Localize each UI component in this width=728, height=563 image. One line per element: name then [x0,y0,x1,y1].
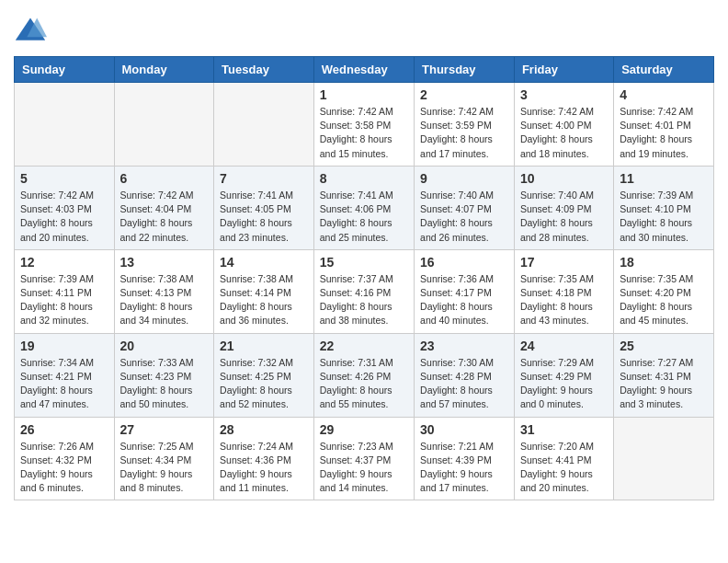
calendar-cell: 25Sunrise: 7:27 AM Sunset: 4:31 PM Dayli… [614,333,714,417]
day-info: Sunrise: 7:40 AM Sunset: 4:09 PM Dayligh… [520,189,608,245]
calendar-cell [114,83,214,167]
day-number: 27 [120,422,209,437]
week-row-3: 12Sunrise: 7:39 AM Sunset: 4:11 PM Dayli… [15,249,714,333]
day-info: Sunrise: 7:40 AM Sunset: 4:07 PM Dayligh… [420,189,508,245]
day-info: Sunrise: 7:32 AM Sunset: 4:25 PM Dayligh… [220,356,308,412]
day-info: Sunrise: 7:26 AM Sunset: 4:32 PM Dayligh… [20,440,108,496]
calendar-cell: 18Sunrise: 7:35 AM Sunset: 4:20 PM Dayli… [614,249,714,333]
day-info: Sunrise: 7:39 AM Sunset: 4:10 PM Dayligh… [620,189,708,245]
calendar-cell: 1Sunrise: 7:42 AM Sunset: 3:58 PM Daylig… [313,83,414,167]
calendar-body: 1Sunrise: 7:42 AM Sunset: 3:58 PM Daylig… [15,83,714,500]
day-number: 31 [520,422,608,437]
day-info: Sunrise: 7:23 AM Sunset: 4:37 PM Dayligh… [320,440,408,496]
calendar-cell: 13Sunrise: 7:38 AM Sunset: 4:13 PM Dayli… [114,249,214,333]
calendar-cell: 26Sunrise: 7:26 AM Sunset: 4:32 PM Dayli… [15,417,115,500]
day-number: 2 [420,87,508,102]
day-info: Sunrise: 7:42 AM Sunset: 3:58 PM Dayligh… [320,105,408,161]
day-number: 16 [420,255,508,270]
calendar-header: SundayMondayTuesdayWednesdayThursdayFrid… [15,57,714,83]
calendar-cell: 20Sunrise: 7:33 AM Sunset: 4:23 PM Dayli… [114,333,214,417]
day-number: 13 [120,255,209,270]
day-info: Sunrise: 7:39 AM Sunset: 4:11 PM Dayligh… [20,272,108,328]
day-number: 25 [620,339,708,353]
day-info: Sunrise: 7:42 AM Sunset: 4:03 PM Dayligh… [20,189,108,245]
calendar-cell: 22Sunrise: 7:31 AM Sunset: 4:26 PM Dayli… [313,333,414,417]
day-number: 18 [620,255,708,270]
day-info: Sunrise: 7:36 AM Sunset: 4:17 PM Dayligh… [420,272,508,328]
day-info: Sunrise: 7:25 AM Sunset: 4:34 PM Dayligh… [120,440,209,496]
calendar-cell: 31Sunrise: 7:20 AM Sunset: 4:41 PM Dayli… [514,417,613,500]
day-number: 24 [520,339,608,353]
day-info: Sunrise: 7:41 AM Sunset: 4:06 PM Dayligh… [320,189,408,245]
page: SundayMondayTuesdayWednesdayThursdayFrid… [0,0,728,514]
day-number: 20 [120,339,209,353]
calendar-cell: 12Sunrise: 7:39 AM Sunset: 4:11 PM Dayli… [15,249,115,333]
day-info: Sunrise: 7:24 AM Sunset: 4:36 PM Dayligh… [220,440,308,496]
week-row-2: 5Sunrise: 7:42 AM Sunset: 4:03 PM Daylig… [15,166,714,249]
day-number: 5 [20,171,108,186]
weekday-header-saturday: Saturday [614,57,714,83]
weekday-header-tuesday: Tuesday [214,57,314,83]
calendar-cell: 23Sunrise: 7:30 AM Sunset: 4:28 PM Dayli… [415,333,515,417]
calendar-cell: 24Sunrise: 7:29 AM Sunset: 4:29 PM Dayli… [514,333,613,417]
day-number: 12 [20,255,108,270]
day-number: 23 [420,339,508,353]
day-number: 30 [420,422,508,437]
calendar-cell: 14Sunrise: 7:38 AM Sunset: 4:14 PM Dayli… [214,249,314,333]
day-info: Sunrise: 7:33 AM Sunset: 4:23 PM Dayligh… [120,356,209,412]
day-number: 22 [320,339,408,353]
calendar-cell: 5Sunrise: 7:42 AM Sunset: 4:03 PM Daylig… [15,166,115,249]
weekday-header-sunday: Sunday [15,57,115,83]
week-row-5: 26Sunrise: 7:26 AM Sunset: 4:32 PM Dayli… [15,417,714,500]
calendar-cell: 16Sunrise: 7:36 AM Sunset: 4:17 PM Dayli… [415,249,515,333]
calendar-cell: 3Sunrise: 7:42 AM Sunset: 4:00 PM Daylig… [514,83,613,167]
calendar-cell [15,83,115,167]
day-number: 4 [620,87,708,102]
day-number: 9 [420,171,508,186]
weekday-header-monday: Monday [114,57,214,83]
day-number: 14 [220,255,308,270]
day-number: 1 [320,87,408,102]
calendar-cell: 21Sunrise: 7:32 AM Sunset: 4:25 PM Dayli… [214,333,314,417]
calendar-cell: 15Sunrise: 7:37 AM Sunset: 4:16 PM Dayli… [313,249,414,333]
calendar-cell: 17Sunrise: 7:35 AM Sunset: 4:18 PM Dayli… [514,249,613,333]
day-info: Sunrise: 7:34 AM Sunset: 4:21 PM Dayligh… [20,356,108,412]
weekday-header-wednesday: Wednesday [313,57,414,83]
day-info: Sunrise: 7:41 AM Sunset: 4:05 PM Dayligh… [220,189,308,245]
day-number: 3 [520,87,608,102]
day-info: Sunrise: 7:42 AM Sunset: 3:59 PM Dayligh… [420,105,508,161]
weekday-header-friday: Friday [514,57,613,83]
calendar-cell: 27Sunrise: 7:25 AM Sunset: 4:34 PM Dayli… [114,417,214,500]
logo [14,14,51,47]
calendar-cell: 2Sunrise: 7:42 AM Sunset: 3:59 PM Daylig… [415,83,515,167]
calendar-cell: 7Sunrise: 7:41 AM Sunset: 4:05 PM Daylig… [214,166,314,249]
calendar-cell: 28Sunrise: 7:24 AM Sunset: 4:36 PM Dayli… [214,417,314,500]
day-info: Sunrise: 7:27 AM Sunset: 4:31 PM Dayligh… [620,356,708,412]
day-number: 10 [520,171,608,186]
day-number: 29 [320,422,408,437]
calendar-cell: 9Sunrise: 7:40 AM Sunset: 4:07 PM Daylig… [415,166,515,249]
week-row-4: 19Sunrise: 7:34 AM Sunset: 4:21 PM Dayli… [15,333,714,417]
calendar: SundayMondayTuesdayWednesdayThursdayFrid… [14,56,714,500]
day-info: Sunrise: 7:37 AM Sunset: 4:16 PM Dayligh… [320,272,408,328]
calendar-cell: 6Sunrise: 7:42 AM Sunset: 4:04 PM Daylig… [114,166,214,249]
day-number: 26 [20,422,108,437]
day-number: 19 [20,339,108,353]
day-info: Sunrise: 7:20 AM Sunset: 4:41 PM Dayligh… [520,440,608,496]
day-number: 17 [520,255,608,270]
logo-icon [14,14,47,47]
day-info: Sunrise: 7:42 AM Sunset: 4:00 PM Dayligh… [520,105,608,161]
day-number: 28 [220,422,308,437]
day-info: Sunrise: 7:30 AM Sunset: 4:28 PM Dayligh… [420,356,508,412]
day-number: 7 [220,171,308,186]
day-number: 11 [620,171,708,186]
day-info: Sunrise: 7:35 AM Sunset: 4:20 PM Dayligh… [620,272,708,328]
calendar-cell: 4Sunrise: 7:42 AM Sunset: 4:01 PM Daylig… [614,83,714,167]
day-info: Sunrise: 7:35 AM Sunset: 4:18 PM Dayligh… [520,272,608,328]
day-number: 6 [120,171,209,186]
calendar-cell: 10Sunrise: 7:40 AM Sunset: 4:09 PM Dayli… [514,166,613,249]
calendar-cell: 8Sunrise: 7:41 AM Sunset: 4:06 PM Daylig… [313,166,414,249]
weekday-header-thursday: Thursday [415,57,515,83]
day-number: 15 [320,255,408,270]
calendar-cell [614,417,714,500]
